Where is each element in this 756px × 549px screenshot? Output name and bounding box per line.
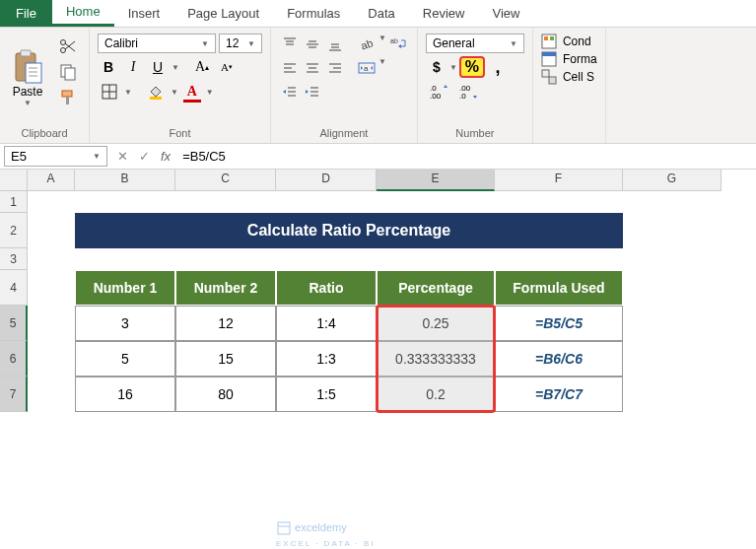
wrap-text-button[interactable]: ab (387, 34, 409, 55)
col-header[interactable]: A (28, 170, 75, 191)
tab-home[interactable]: Home (52, 0, 114, 27)
svg-marker-50 (306, 90, 309, 94)
row-header[interactable]: 2 (0, 213, 28, 248)
tab-formulas[interactable]: Formulas (273, 0, 354, 27)
svg-rect-2 (26, 63, 41, 83)
svg-rect-59 (550, 36, 554, 40)
decrease-decimal-button[interactable]: .00.0 (455, 81, 483, 103)
orientation-button[interactable]: ab (356, 34, 378, 55)
fill-color-button[interactable] (144, 81, 168, 103)
row-header[interactable]: 6 (0, 341, 28, 377)
alignment-label: Alignment (277, 125, 411, 141)
data-cell[interactable]: =B6/C6 (495, 341, 623, 377)
borders-button[interactable] (98, 81, 121, 103)
chevron-down-icon: ▼ (93, 152, 101, 161)
font-color-button[interactable]: A (181, 81, 203, 103)
underline-button[interactable]: U (147, 56, 169, 78)
tab-review[interactable]: Review (409, 0, 479, 27)
col-header[interactable]: G (623, 170, 722, 191)
data-cell[interactable]: 80 (175, 377, 276, 412)
data-cell[interactable]: 0.2 (377, 377, 495, 412)
format-table-button[interactable]: Forma (541, 51, 597, 67)
svg-marker-46 (283, 90, 286, 94)
row-header[interactable]: 1 (0, 191, 28, 213)
col-header[interactable]: C (175, 170, 276, 191)
ribbon-group-font: Calibri▼ 12▼ B I U ▼ A▴ A▾ ▼ ▼ A ▼ (90, 28, 271, 143)
conditional-formatting-button[interactable]: Cond (541, 34, 597, 49)
col-header[interactable]: D (276, 170, 377, 191)
increase-font-button[interactable]: A▴ (191, 56, 213, 78)
data-cell[interactable]: 1:4 (276, 306, 377, 341)
brush-icon (59, 89, 77, 106)
header-cell[interactable]: Number 1 (75, 270, 175, 306)
col-header[interactable]: E (377, 170, 495, 191)
name-box[interactable]: E5▼ (4, 146, 107, 167)
align-right-button[interactable] (324, 57, 346, 79)
currency-button[interactable]: $ (426, 56, 447, 78)
formula-input[interactable]: =B5/C5 (176, 147, 756, 166)
svg-marker-41 (361, 66, 363, 70)
decrease-indent-button[interactable] (279, 81, 301, 103)
align-top-button[interactable] (279, 34, 301, 55)
cancel-formula-button[interactable]: ✕ (111, 149, 133, 164)
data-cell[interactable]: 12 (175, 306, 276, 341)
header-cell[interactable]: Formula Used (495, 270, 623, 306)
data-cell[interactable]: =B5/C5 (495, 306, 623, 341)
italic-button[interactable]: I (122, 56, 144, 78)
format-painter-button[interactable] (55, 87, 81, 108)
tab-data[interactable]: Data (354, 0, 408, 27)
data-cell[interactable]: 0.25 (377, 306, 495, 341)
align-middle-button[interactable] (302, 34, 323, 55)
font-family-select[interactable]: Calibri▼ (98, 34, 216, 53)
data-cell[interactable]: 3 (75, 306, 175, 341)
chevron-down-icon: ▼ (201, 39, 209, 48)
indent-right-icon (305, 84, 320, 100)
data-cell[interactable]: 15 (175, 341, 276, 377)
align-left-button[interactable] (279, 57, 301, 79)
merge-button[interactable]: a (356, 57, 378, 79)
decrease-font-button[interactable]: A▾ (216, 56, 238, 78)
data-cell[interactable]: 1:3 (276, 341, 377, 377)
svg-rect-1 (21, 50, 31, 56)
increase-indent-button[interactable] (302, 81, 323, 103)
tab-view[interactable]: View (478, 0, 533, 27)
select-all-corner[interactable] (0, 170, 28, 191)
file-tab[interactable]: File (0, 0, 52, 27)
number-format-select[interactable]: General▼ (426, 34, 524, 53)
align-bottom-icon (327, 36, 343, 52)
row-header[interactable]: 5 (0, 306, 28, 341)
chevron-down-icon: ▼ (247, 39, 255, 48)
bold-button[interactable]: B (98, 56, 119, 78)
data-cell[interactable]: 1:5 (276, 377, 377, 412)
col-header[interactable]: F (495, 170, 623, 191)
percent-button[interactable]: % (459, 56, 485, 78)
enter-formula-button[interactable]: ✓ (133, 149, 155, 164)
header-cell[interactable]: Ratio (276, 270, 377, 306)
increase-decimal-button[interactable]: .0.00 (426, 81, 453, 103)
data-cell[interactable]: 16 (75, 377, 175, 412)
tab-page-layout[interactable]: Page Layout (173, 0, 273, 27)
font-size-select[interactable]: 12▼ (219, 34, 262, 53)
merge-icon: a (358, 60, 376, 76)
align-center-button[interactable] (302, 57, 323, 79)
paste-button[interactable]: Paste ▼ (6, 32, 49, 125)
row-header[interactable]: 4 (0, 270, 28, 306)
data-cell[interactable]: 0.333333333 (377, 341, 495, 377)
header-cell[interactable]: Percentage (377, 270, 495, 306)
title-cell[interactable]: Calculate Ratio Percentage (75, 213, 623, 248)
data-cell[interactable]: 5 (75, 341, 175, 377)
row-header[interactable]: 7 (0, 377, 28, 412)
fx-icon[interactable]: fx (161, 149, 171, 164)
col-header[interactable]: B (75, 170, 175, 191)
header-cell[interactable]: Number 2 (175, 270, 276, 306)
clipboard-label: Clipboard (6, 125, 83, 141)
data-cell[interactable]: =B7/C7 (495, 377, 623, 412)
align-bottom-button[interactable] (324, 34, 346, 55)
tab-insert[interactable]: Insert (114, 0, 174, 27)
cut-button[interactable] (55, 35, 81, 57)
svg-marker-53 (444, 85, 447, 88)
copy-button[interactable] (55, 61, 81, 83)
comma-button[interactable]: , (487, 56, 509, 78)
cell-styles-button[interactable]: Cell S (541, 69, 597, 85)
row-header[interactable]: 3 (0, 248, 28, 270)
